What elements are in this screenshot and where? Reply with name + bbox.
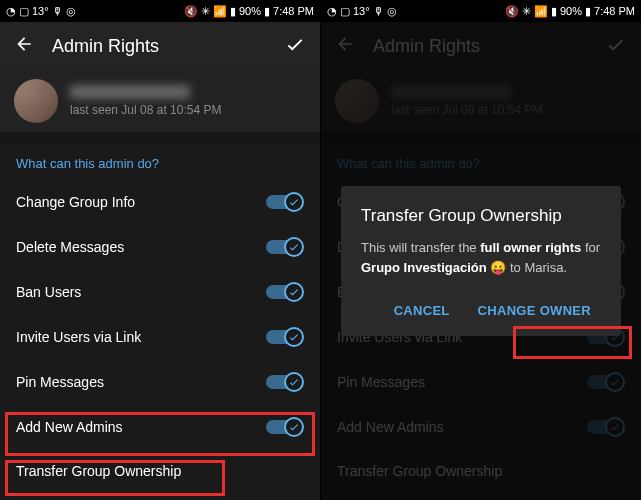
signal-icon: ▮	[551, 5, 557, 18]
toggle[interactable]	[266, 282, 304, 302]
perm-label: Invite Users via Link	[16, 329, 141, 345]
signal-icon: ▮	[230, 5, 236, 18]
mute-icon: 🔇	[505, 5, 519, 18]
cancel-button[interactable]: CANCEL	[384, 295, 460, 326]
toggle[interactable]	[266, 417, 304, 437]
phone-left: ◔ ▢ 13° 🎙 ◎ 🔇 ✳ 📶 ▮ 90% ▮ 7:48 PM Admin …	[0, 0, 320, 500]
avatar	[14, 79, 58, 123]
last-seen: last seen Jul 08 at 10:54 PM	[70, 103, 221, 117]
dialog-body: This will transfer the full owner rights…	[361, 238, 601, 277]
profile-name-blurred	[70, 85, 190, 99]
page-title: Admin Rights	[52, 36, 266, 57]
spacer	[0, 132, 320, 144]
temp: 13°	[32, 5, 49, 17]
battery-icon: ▮	[264, 5, 270, 18]
perm-label: Ban Users	[16, 284, 81, 300]
mic-icon: 🎙	[52, 5, 63, 17]
target-icon: ◎	[66, 5, 76, 18]
temp: 13°	[353, 5, 370, 17]
vibrate-icon: ✳	[522, 5, 531, 18]
perm-delete-messages[interactable]: Delete Messages	[0, 224, 320, 269]
wifi-icon: 📶	[534, 5, 548, 18]
vibrate-icon: ✳	[201, 5, 210, 18]
cast-icon: ▢	[19, 5, 29, 18]
mute-icon: 🔇	[184, 5, 198, 18]
target-icon: ◎	[387, 5, 397, 18]
status-bar: ◔ ▢ 13° 🎙 ◎ 🔇 ✳ 📶 ▮ 90% ▮ 7:48 PM	[321, 0, 641, 22]
back-icon[interactable]	[14, 34, 34, 58]
change-owner-button[interactable]: CHANGE OWNER	[468, 295, 601, 326]
clock: 7:48 PM	[273, 5, 314, 17]
clock: 7:48 PM	[594, 5, 635, 17]
perm-change-group-info[interactable]: Change Group Info	[0, 179, 320, 224]
battery-pct: 90%	[239, 5, 261, 17]
confirm-icon[interactable]	[284, 33, 306, 59]
toggle[interactable]	[266, 327, 304, 347]
perm-label: Delete Messages	[16, 239, 124, 255]
transfer-label: Transfer Group Ownership	[16, 463, 181, 479]
perm-add-new-admins[interactable]: Add New Admins	[0, 404, 320, 449]
toggle[interactable]	[266, 192, 304, 212]
status-bar: ◔ ▢ 13° 🎙 ◎ 🔇 ✳ 📶 ▮ 90% ▮ 7:48 PM	[0, 0, 320, 22]
perm-pin-messages[interactable]: Pin Messages	[0, 359, 320, 404]
perm-ban-users[interactable]: Ban Users	[0, 269, 320, 314]
perm-label: Pin Messages	[16, 374, 104, 390]
app-header: Admin Rights	[0, 22, 320, 70]
toggle[interactable]	[266, 237, 304, 257]
cast-icon: ▢	[340, 5, 350, 18]
perm-label: Change Group Info	[16, 194, 135, 210]
dialog-title: Transfer Group Ownership	[361, 206, 601, 226]
steam-icon: ◔	[327, 5, 337, 18]
transfer-ownership-row[interactable]: Transfer Group Ownership	[0, 449, 320, 493]
profile-row[interactable]: last seen Jul 08 at 10:54 PM	[0, 70, 320, 132]
phone-right: ◔ ▢ 13° 🎙 ◎ 🔇 ✳ 📶 ▮ 90% ▮ 7:48 PM Admin …	[321, 0, 641, 500]
toggle[interactable]	[266, 372, 304, 392]
steam-icon: ◔	[6, 5, 16, 18]
perm-invite-users[interactable]: Invite Users via Link	[0, 314, 320, 359]
modal-overlay: Transfer Group Ownership This will trans…	[321, 22, 641, 500]
wifi-icon: 📶	[213, 5, 227, 18]
battery-icon: ▮	[585, 5, 591, 18]
battery-pct: 90%	[560, 5, 582, 17]
mic-icon: 🎙	[373, 5, 384, 17]
section-title: What can this admin do?	[0, 144, 320, 179]
perm-label: Add New Admins	[16, 419, 123, 435]
transfer-dialog: Transfer Group Ownership This will trans…	[341, 186, 621, 336]
